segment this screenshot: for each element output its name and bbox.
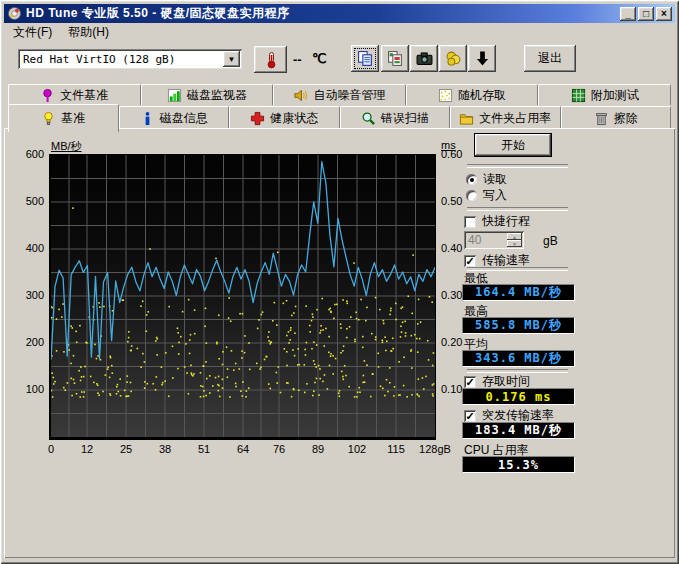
read-radio-label: 读取 <box>483 171 507 188</box>
checkbox-icon[interactable]: ✓ <box>464 376 476 388</box>
separator <box>467 164 568 168</box>
short-stroke-checkbox[interactable]: 快捷行程 <box>464 213 530 230</box>
benchmark-chart <box>49 154 436 440</box>
tab-label: 附加测试 <box>591 87 639 104</box>
donate-button[interactable] <box>439 45 467 72</box>
tab-disk-monitor[interactable]: 磁盘监视器 <box>141 84 274 105</box>
health-icon <box>250 111 265 126</box>
error-scan-icon <box>361 111 376 126</box>
file-benchmark-icon <box>40 88 55 103</box>
exit-button[interactable]: 退出 <box>524 45 576 72</box>
copy-image-button[interactable] <box>381 45 409 72</box>
tab-benchmark[interactable]: 基准 <box>8 104 119 132</box>
menu-help[interactable]: 帮助(H) <box>61 22 116 43</box>
screenshot-icon <box>416 50 433 67</box>
tab-erase[interactable]: 擦除 <box>561 106 672 129</box>
tab-label: 文件夹占用率 <box>479 110 551 127</box>
tab-label: 错误扫描 <box>381 110 429 127</box>
benchmark-icon <box>41 111 56 126</box>
save-button[interactable] <box>468 45 496 72</box>
random-access-icon <box>438 88 453 103</box>
checkbox-icon[interactable] <box>464 216 476 228</box>
temperature-unit: ℃ <box>312 51 327 66</box>
tab-label: 文件基准 <box>60 87 108 104</box>
checkbox-icon[interactable]: ✓ <box>464 255 476 267</box>
short-stroke-size-stepper[interactable]: 40 <box>464 231 524 249</box>
tab-label: 磁盘信息 <box>160 110 208 127</box>
tab-aam[interactable]: 自动噪音管理 <box>273 84 406 105</box>
x-tick-label: 64 <box>223 443 263 455</box>
burst-rate-lcd: 183.4 MB/秒 <box>462 422 575 439</box>
write-radio[interactable]: 写入 <box>466 187 507 204</box>
temperature-button[interactable] <box>254 46 287 73</box>
tab-disk-info[interactable]: 磁盘信息 <box>119 106 230 129</box>
x-tick-label: 12 <box>67 443 107 455</box>
tab-random-access[interactable]: 随机存取 <box>406 84 539 105</box>
save-icon <box>474 50 491 67</box>
read-radio[interactable]: 读取 <box>466 171 507 188</box>
min-value-lcd: 164.4 MB/秒 <box>462 284 575 301</box>
temperature-value: -- <box>293 52 302 67</box>
radio-icon[interactable] <box>466 174 477 185</box>
y-left-axis-title: MB/秒 <box>51 139 82 154</box>
x-tick-label: 38 <box>145 443 185 455</box>
aam-icon <box>293 88 308 103</box>
y-left-tick-label: 200 <box>12 336 44 348</box>
tab-label: 基准 <box>61 110 85 127</box>
spin-down-icon[interactable] <box>507 240 522 247</box>
window-title: HD Tune 专业版 5.50 - 硬盘/固态硬盘实用程序 <box>26 5 618 22</box>
menu-bar: 文件(F) 帮助(H) <box>4 23 675 42</box>
tab-extra-tests[interactable]: 附加测试 <box>538 84 671 105</box>
x-tick-label: 25 <box>106 443 146 455</box>
y-left-tick-label: 600 <box>12 148 44 160</box>
spin-up-icon[interactable] <box>507 233 522 240</box>
drive-select-value: Red Hat VirtIO (128 gB) <box>18 53 223 66</box>
x-tick-label: 51 <box>184 443 224 455</box>
tab-folder-usage[interactable]: 文件夹占用率 <box>450 106 561 129</box>
tab-label: 随机存取 <box>458 87 506 104</box>
title-bar[interactable]: HD Tune 专业版 5.50 - 硬盘/固态硬盘实用程序 _ □ × <box>4 4 675 23</box>
y-left-tick-label: 400 <box>12 242 44 254</box>
minimize-button[interactable]: _ <box>620 7 636 21</box>
folder-usage-icon <box>459 111 474 126</box>
start-button[interactable]: 开始 <box>474 133 552 157</box>
copy-image-icon <box>387 50 404 67</box>
tab-label: 健康状态 <box>270 110 318 127</box>
cpu-usage-lcd: 15.3% <box>462 456 575 473</box>
x-tick-label: 89 <box>298 443 338 455</box>
erase-icon <box>594 111 609 126</box>
tab-health[interactable]: 健康状态 <box>229 106 340 129</box>
access-time-lcd: 0.176 ms <box>462 388 575 405</box>
tab-file-benchmark[interactable]: 文件基准 <box>8 84 141 105</box>
drive-select[interactable]: Red Hat VirtIO (128 gB) <box>18 49 242 69</box>
tab-row-primary: 基准 磁盘信息 健康状态 错误扫描 文件夹占用率 <box>8 106 671 129</box>
tab-error-scan[interactable]: 错误扫描 <box>340 106 451 129</box>
tab-label: 擦除 <box>614 110 638 127</box>
checkbox-icon[interactable]: ✓ <box>464 410 476 422</box>
chart-canvas <box>51 155 435 437</box>
y-left-tick-label: 300 <box>12 289 44 301</box>
x-tick-label: 115 <box>376 443 416 455</box>
separator <box>467 207 568 211</box>
x-tick-label: 128gB <box>415 443 455 455</box>
write-radio-label: 写入 <box>483 187 507 204</box>
maximize-button[interactable]: □ <box>638 7 654 21</box>
avg-value-lcd: 343.6 MB/秒 <box>462 350 575 367</box>
hdtune-window: HD Tune 专业版 5.50 - 硬盘/固态硬盘实用程序 _ □ × 文件(… <box>0 0 679 564</box>
short-stroke-label: 快捷行程 <box>482 213 530 230</box>
tab-row-secondary: 文件基准 磁盘监视器 自动噪音管理 随机存取 <box>8 84 671 105</box>
close-button[interactable]: × <box>656 7 672 21</box>
tab-label: 自动噪音管理 <box>313 87 385 104</box>
copy-button[interactable] <box>351 45 379 72</box>
toolbar: Red Hat VirtIO (128 gB) -- ℃ <box>4 42 675 78</box>
menu-file[interactable]: 文件(F) <box>6 22 59 43</box>
y-left-tick-label: 500 <box>12 195 44 207</box>
stepper-value: 40 <box>464 233 507 247</box>
screenshot-button[interactable] <box>410 45 438 72</box>
chevron-down-icon[interactable] <box>223 51 240 67</box>
extra-tests-icon <box>571 88 586 103</box>
y-right-tick-label: 0.60 <box>441 148 475 160</box>
max-value-lcd: 585.8 MB/秒 <box>462 317 575 334</box>
radio-icon[interactable] <box>466 190 477 201</box>
x-tick-label: 102 <box>337 443 377 455</box>
